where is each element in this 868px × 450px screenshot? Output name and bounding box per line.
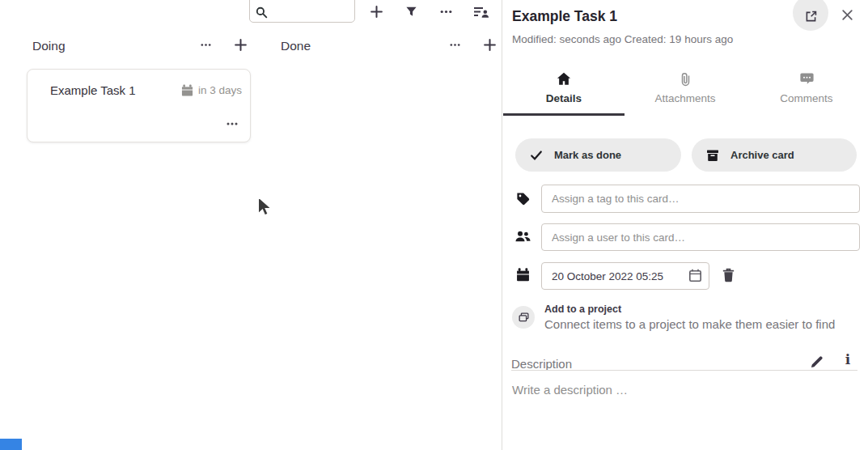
description-label: Description [511,357,572,371]
calendar-icon [516,268,530,282]
projects-icon [518,312,530,324]
add-icon [483,38,497,52]
close-panel-button[interactable] [839,6,855,23]
panel-divider [502,0,502,450]
more-icon [449,39,461,51]
filter-icon [405,6,417,18]
search-icon [256,6,268,19]
cursor-pointer [257,197,272,219]
sort-assignee-icon [474,5,489,19]
assign-user-input[interactable] [541,223,860,251]
panel-card-title: Example Task 1 [512,8,617,25]
search-field[interactable] [249,0,355,23]
task-card[interactable]: Example Task 1 in 3 days [27,69,251,142]
archive-card-button[interactable]: Archive card [692,138,857,172]
calendar-outline-icon [688,269,702,282]
mark-as-done-button[interactable]: Mark as done [515,138,681,172]
card-due-badge: in 3 days [181,84,242,96]
description-info-button[interactable]: i [841,351,854,367]
open-card-window-button[interactable] [793,0,828,31]
more-icon [226,117,239,130]
column-done-menu-button[interactable] [447,37,463,52]
external-link-icon [804,10,818,23]
column-title-done: Done [281,39,311,53]
search-input[interactable] [272,6,349,19]
more-icon [200,39,212,51]
column-title-doing: Doing [32,39,66,53]
button-label: Mark as done [554,149,621,161]
edit-description-button[interactable] [808,354,824,370]
trash-icon [722,268,735,282]
open-calendar-button[interactable] [688,269,702,282]
panel-tabs: Details Attachments Comments [503,65,868,116]
due-date-input[interactable] [541,262,709,290]
board-menu-button[interactable] [438,4,454,19]
add-icon [370,5,383,19]
column-done-add-button[interactable] [481,36,498,53]
home-icon [557,71,571,87]
tab-label: Details [546,92,582,104]
tab-label: Attachments [654,92,715,104]
panel-card-meta: Modified: seconds ago Created: 19 hours … [512,33,733,45]
blue-accent-square [0,439,22,450]
calendar-icon [181,84,193,96]
pencil-icon [810,355,824,369]
filter-button[interactable] [403,3,419,19]
comment-icon [800,71,814,87]
info-icon: i [845,353,850,367]
archive-icon [706,149,719,162]
card-title: Example Task 1 [50,83,136,97]
close-icon [840,8,854,22]
tag-icon [516,192,530,206]
project-row-title: Add to a project [544,304,621,315]
description-placeholder[interactable]: Write a description … [512,383,628,397]
tab-attachments[interactable]: Attachments [625,65,746,116]
tab-label: Comments [780,92,832,104]
remove-due-date-button[interactable] [720,266,736,284]
tab-details[interactable]: Details [503,65,625,116]
more-icon [439,5,453,19]
description-divider [511,370,857,371]
paperclip-icon [680,71,690,87]
button-label: Archive card [730,149,794,161]
sort-by-assignee-button[interactable] [473,4,489,19]
add-card-button[interactable] [368,3,384,19]
add-icon [234,38,248,52]
assign-tag-input[interactable] [541,185,860,213]
kanban-app-window: Doing Done Example Task 1 in 3 days [0,0,868,450]
add-to-project-button[interactable] [512,306,535,329]
users-icon [515,230,531,243]
check-icon [530,150,543,161]
due-date-field [541,262,709,290]
column-doing-menu-button[interactable] [197,37,214,52]
tab-comments[interactable]: Comments [746,65,867,116]
column-doing-add-button[interactable] [232,36,248,53]
card-due-text: in 3 days [198,84,242,96]
project-row-subtitle: Connect items to a project to make them … [544,317,835,331]
card-menu-button[interactable] [226,117,239,130]
